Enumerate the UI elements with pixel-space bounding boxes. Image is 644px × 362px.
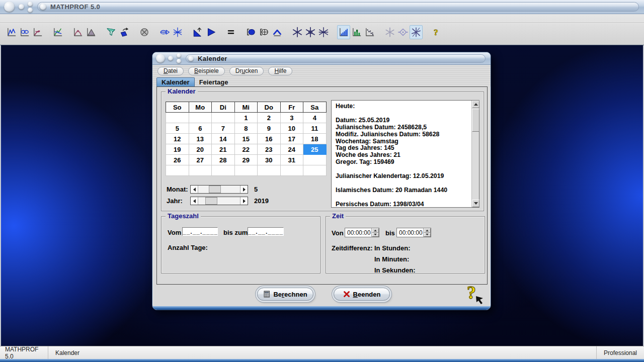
day-cell-17[interactable]: 17 [280,134,303,144]
diamond-axes-icon[interactable] [396,25,410,39]
day-cell-2[interactable]: 2 [258,113,281,123]
day-cell-23[interactable]: 23 [258,144,281,155]
monat-slider-left-arrow[interactable] [191,186,198,193]
dialog-titlebar[interactable]: Kalender [152,52,491,65]
scroll-up-button[interactable] [472,101,479,108]
day-cell-30[interactable]: 30 [258,155,281,165]
bar-chart-green-icon[interactable] [350,25,363,39]
chart-lines-icon[interactable] [51,25,64,39]
jahr-slider-thumb[interactable] [205,197,217,205]
bis-zum-date-input[interactable] [248,227,284,236]
day-cell-6[interactable]: 6 [189,123,212,134]
day-cell-1[interactable]: 1 [234,113,258,123]
day-cell-3[interactable]: 3 [280,113,303,123]
day-cell-13[interactable]: 13 [189,134,212,144]
triangle-arrow-icon[interactable] [191,25,204,39]
spin-down-button[interactable] [424,233,431,237]
day-cell-16[interactable]: 16 [258,134,281,144]
grid-3d-icon[interactable] [171,25,184,39]
window-minimize-button[interactable] [19,4,24,10]
day-cell-29[interactable]: 29 [234,155,258,165]
scatter-plot-icon[interactable] [363,25,376,39]
help-icon[interactable]: ? [465,283,486,306]
dialog-restore-button[interactable] [177,59,181,63]
beenden-button[interactable]: Beenden [334,288,390,301]
day-cell-12[interactable]: 12 [166,134,189,144]
von-time-spinner[interactable] [345,228,379,237]
day-cell-24[interactable]: 24 [280,144,303,155]
bar-chart-blue-icon[interactable] [337,25,350,39]
day-cell-18[interactable]: 18 [303,134,327,144]
star-diagonal-icon[interactable] [410,25,423,39]
chart-arc-icon[interactable] [71,25,85,39]
day-cell-31[interactable]: 31 [280,155,303,165]
tab-feiertage[interactable]: Feiertage [195,77,233,86]
chart-wave-icon[interactable] [18,25,31,39]
chart-area-icon[interactable] [85,25,98,39]
play-icon[interactable] [204,25,217,39]
info-scrollbar[interactable] [471,101,479,207]
vector-arrow-icon[interactable] [158,25,171,39]
zeitdifferenz-row-label: In Sekunden: [374,266,416,274]
day-cell-19[interactable]: 19 [166,144,189,155]
day-cell-20[interactable]: 20 [189,144,212,155]
monat-slider-thumb[interactable] [209,186,221,193]
scrollbar-thumb[interactable] [472,109,479,132]
window-close-button[interactable] [4,2,15,12]
vom-date-input[interactable] [182,227,218,236]
rotate-shape-icon[interactable] [118,25,131,39]
bis-time-spinner[interactable] [396,228,431,237]
tab-kalender[interactable]: Kalender [156,77,195,86]
chevron-up-icon[interactable] [271,25,284,39]
day-cell-11[interactable]: 11 [303,123,327,134]
day-cell-14[interactable]: 14 [212,134,235,144]
scroll-down-button[interactable] [472,200,479,207]
day-cell-5[interactable]: 5 [166,123,189,134]
day-cell-4[interactable]: 4 [303,113,327,123]
jahr-slider-left-arrow[interactable] [191,197,198,205]
axes-3d-b-icon[interactable] [304,25,317,39]
sphere-icon[interactable] [138,25,151,39]
bis-time-input[interactable] [397,228,423,237]
equals-icon[interactable] [224,25,237,39]
dialog-close-button[interactable] [156,54,165,63]
monat-slider-right-arrow[interactable] [240,186,248,193]
monat-slider[interactable] [190,185,248,194]
day-cell-7[interactable]: 7 [212,123,235,134]
day-cell-26[interactable]: 26 [166,155,189,165]
day-cell-15[interactable]: 15 [234,134,258,144]
day-cell-9[interactable]: 9 [258,123,281,134]
star-3d-icon[interactable] [383,25,396,39]
axes-3d-c-icon[interactable] [317,25,330,39]
day-cell-selected-25[interactable]: 25 [303,144,327,155]
day-cell-28[interactable]: 28 [212,155,235,165]
triangle-down-icon [374,234,377,236]
window-restore-button[interactable] [28,8,33,13]
von-time-input[interactable] [345,228,371,237]
day-cell-10[interactable]: 10 [280,123,303,134]
dialog-minimize-button[interactable] [168,56,173,61]
jahr-slider-right-arrow[interactable] [240,197,248,205]
menu-beispiele[interactable]: Beispiele [188,67,225,75]
day-cell-21[interactable]: 21 [212,144,235,155]
axes-3d-a-icon[interactable] [291,25,304,39]
spin-up-button[interactable] [424,228,431,233]
chart-zigzag-icon[interactable] [5,25,18,39]
dialog-maximize-button[interactable] [177,53,181,58]
chart-loop-icon[interactable] [31,25,44,39]
wire-shape-icon[interactable] [258,25,271,39]
menu-datei[interactable]: Datei [157,67,184,75]
spin-up-button[interactable] [372,228,379,233]
spin-down-button[interactable] [372,233,379,237]
help-icon[interactable]: ? [430,25,443,39]
solid-shape-icon[interactable] [245,25,258,39]
day-cell-22[interactable]: 22 [234,144,258,155]
window-maximize-button[interactable] [28,2,33,7]
menu-drucken[interactable]: Drucken [229,67,264,75]
day-cell-27[interactable]: 27 [189,155,212,165]
day-cell-8[interactable]: 8 [234,123,258,134]
menu-hilfe[interactable]: Hilfe [268,67,292,75]
jahr-slider[interactable] [190,197,248,205]
funnel-icon[interactable] [105,25,118,39]
berechnen-button[interactable]: Berechnen [257,288,313,301]
